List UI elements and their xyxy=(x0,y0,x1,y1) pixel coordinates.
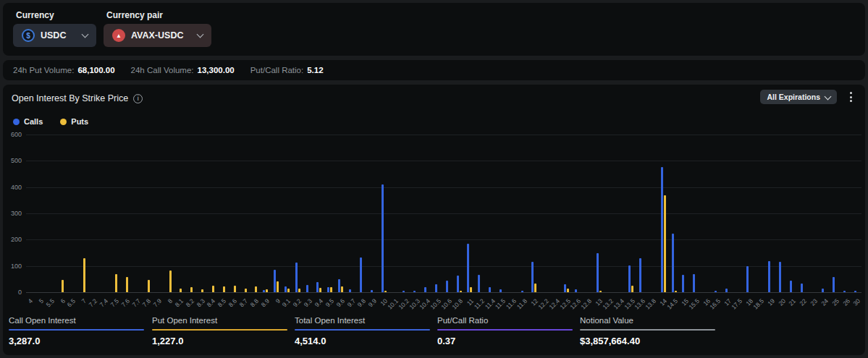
calls-bar-9.3[interactable] xyxy=(306,285,308,292)
stat-accent-line xyxy=(295,329,430,331)
calls-bar-10.8[interactable] xyxy=(457,276,459,292)
calls-bar-9.6[interactable] xyxy=(338,279,340,292)
calls-bar-9.8[interactable] xyxy=(360,257,362,292)
puts-bar-9[interactable] xyxy=(277,281,279,292)
puts-bar-7.8[interactable] xyxy=(148,280,150,292)
stat-value: 1,227.0 xyxy=(152,336,287,346)
calls-bar-11.8[interactable] xyxy=(521,291,523,292)
currency-pair-dropdown[interactable]: ▲ AVAX-USDC xyxy=(104,24,211,47)
calls-bar-9.7[interactable] xyxy=(349,289,351,292)
calls-bar-10.4[interactable] xyxy=(424,287,426,292)
currency-value: USDC xyxy=(41,30,66,41)
stat-label: Put Open Interest xyxy=(152,316,287,325)
puts-bar-8[interactable] xyxy=(169,270,172,292)
calls-bar-12[interactable] xyxy=(531,262,534,292)
calls-bar-10[interactable] xyxy=(382,184,384,292)
calls-bar-12.6[interactable] xyxy=(575,289,577,292)
put-call-ratio-label: Put/Call Ratio: xyxy=(250,66,304,74)
calls-bar-17[interactable] xyxy=(725,289,728,292)
puts-bar-9.6[interactable] xyxy=(341,286,343,292)
puts-bar-8.9[interactable] xyxy=(266,289,268,292)
calls-bar-10.6[interactable] xyxy=(446,281,448,292)
calls-bar-11.2[interactable] xyxy=(478,275,480,292)
puts-bar-14[interactable] xyxy=(664,195,666,292)
puts-bar-8.3[interactable] xyxy=(201,289,203,292)
calls-bar-11[interactable] xyxy=(467,244,469,292)
puts-bar-12[interactable] xyxy=(534,284,536,292)
calls-bar-15[interactable] xyxy=(682,275,684,292)
calls-bar-8.9[interactable] xyxy=(263,290,265,292)
puts-bar-9.4[interactable] xyxy=(319,288,321,292)
calls-bar-11.5[interactable] xyxy=(500,289,502,292)
calls-bar-9.4[interactable] xyxy=(316,282,319,292)
calls-bar-13.6[interactable] xyxy=(639,258,641,292)
puts-bar-7[interactable] xyxy=(83,258,85,292)
stat-value: 4,514.0 xyxy=(295,336,430,346)
calls-bar-30[interactable] xyxy=(854,291,856,292)
calls-bar-9.1[interactable] xyxy=(285,286,287,292)
calls-bar-12.5[interactable] xyxy=(564,284,566,292)
calls-bar-14[interactable] xyxy=(661,167,663,292)
call-volume-label: 24h Call Volume: xyxy=(131,66,194,74)
calls-bar-9.2[interactable] xyxy=(295,263,298,292)
calls-bar-20[interactable] xyxy=(779,262,781,292)
puts-bar-9.2[interactable] xyxy=(298,289,300,292)
calls-bar-26[interactable] xyxy=(843,291,846,292)
calls-bar-21[interactable] xyxy=(790,281,792,292)
calls-bar-22[interactable] xyxy=(801,284,803,292)
calls-bar-13.5[interactable] xyxy=(628,265,631,292)
calls-bar-14.5[interactable] xyxy=(672,234,674,292)
puts-bar-13.5[interactable] xyxy=(631,286,633,292)
puts-bar-8.1[interactable] xyxy=(180,289,182,292)
puts-bar-8.8[interactable] xyxy=(255,286,257,292)
calls-bar-9[interactable] xyxy=(274,270,276,292)
puts-bar-12.5[interactable] xyxy=(567,289,569,292)
open-interest-chart-panel: Open Interest By Strike Price i All Expi… xyxy=(3,85,865,355)
calls-bar-25[interactable] xyxy=(833,277,835,292)
calls-bar-10.3[interactable] xyxy=(413,291,416,292)
options-dashboard: Currency Currency pair $ USDC ▲ AVAX-USD… xyxy=(0,0,868,358)
controls-panel: Currency Currency pair $ USDC ▲ AVAX-USD… xyxy=(3,3,865,56)
puts-bar-10[interactable] xyxy=(384,291,387,292)
put-call-ratio-value: 5.12 xyxy=(307,66,323,74)
stat-label: Total Open Interest xyxy=(295,316,430,325)
calls-bar-24[interactable] xyxy=(822,289,824,292)
puts-bar-14.5[interactable] xyxy=(675,291,677,292)
calls-bar-19[interactable] xyxy=(768,261,770,292)
gridline-0 xyxy=(26,292,861,293)
calls-bar-10.2[interactable] xyxy=(403,291,405,292)
puts-bar-11[interactable] xyxy=(470,287,472,292)
total-open-interest-stat: Total Open Interest 4,514.0 xyxy=(295,316,430,346)
puts-bar-9.1[interactable] xyxy=(287,289,290,292)
calls-bar-16.5[interactable] xyxy=(715,291,717,292)
y-axis-label-300: 300 xyxy=(3,210,22,217)
puts-bar-6[interactable] xyxy=(62,280,64,292)
calls-bar-9.5[interactable] xyxy=(327,287,329,292)
calls-bar-9.9[interactable] xyxy=(371,290,373,292)
stat-accent-line xyxy=(437,329,573,331)
puts-bar-13[interactable] xyxy=(599,291,602,292)
puts-bar-8.2[interactable] xyxy=(190,287,193,292)
y-axis-label-600: 600 xyxy=(3,131,22,138)
calls-bar-18[interactable] xyxy=(746,266,749,292)
stat-value: $3,857,664.40 xyxy=(580,336,715,346)
calls-bar-11.4[interactable] xyxy=(489,287,491,292)
calls-bar-15.5[interactable] xyxy=(693,274,695,292)
chevron-down-icon xyxy=(82,31,89,38)
put-open-interest-stat: Put Open Interest 1,227.0 xyxy=(152,316,287,346)
puts-bar-7.6[interactable] xyxy=(126,277,128,292)
calls-bar-13[interactable] xyxy=(597,253,599,293)
currency-dropdown[interactable]: $ USDC xyxy=(13,24,96,47)
calls-bar-10.5[interactable] xyxy=(435,284,437,292)
y-axis-label-500: 500 xyxy=(3,157,22,164)
puts-bar-7.5[interactable] xyxy=(115,274,117,292)
call-volume-value: 13,300.00 xyxy=(198,66,235,74)
puts-bar-8.4[interactable] xyxy=(212,286,214,292)
puts-bar-10.8[interactable] xyxy=(460,291,462,292)
puts-bar-8.5[interactable] xyxy=(223,286,225,292)
puts-bar-8.6[interactable] xyxy=(234,286,236,292)
puts-bar-8.7[interactable] xyxy=(245,289,247,292)
puts-bar-9.5[interactable] xyxy=(330,287,332,292)
gridline-100 xyxy=(26,266,861,267)
put-call-ratio-stat: Put/Call Ratio: 5.12 xyxy=(250,66,324,74)
